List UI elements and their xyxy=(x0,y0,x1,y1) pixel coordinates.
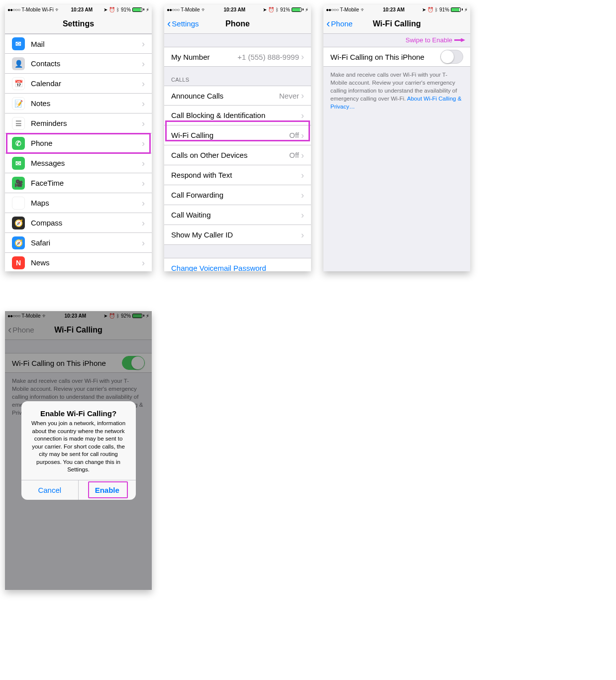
hint-label: Swipe to Enable xyxy=(406,36,452,44)
row-call-blocking[interactable]: Call Blocking & Identification› xyxy=(164,106,311,125)
footer-explainer: Make and receive calls over Wi-Fi with y… xyxy=(323,67,470,114)
row-mail[interactable]: ✉︎Mail› xyxy=(5,34,152,54)
row-value: +1 (555) 888-9999 xyxy=(237,53,299,61)
clock: 10:23 AM xyxy=(71,7,93,12)
charging-icon: ⚡︎ xyxy=(464,7,468,12)
facetime-icon: 🎥 xyxy=(12,177,25,190)
signal-icon: ●●○○○ xyxy=(326,7,338,12)
alert-title: Enable Wi-Fi Calling? xyxy=(28,409,129,418)
row-call-forwarding[interactable]: Call Forwarding› xyxy=(164,185,311,205)
back-button[interactable]: ‹Settings xyxy=(167,19,199,28)
screenshot-phone-settings: ●●○○○ T-Mobile ᯤ 10:23 AM ➤ ⏰ ᛒ 91% ⚡︎ ‹… xyxy=(164,5,311,271)
nav-bar: Settings xyxy=(5,14,152,34)
row-messages[interactable]: ✉︎Messages› xyxy=(5,153,152,173)
row-contacts[interactable]: 👤Contacts› xyxy=(5,54,152,74)
location-icon: ➤ xyxy=(422,7,426,12)
row-label: Call Waiting xyxy=(171,211,301,219)
status-bar: ●●○○○ T-Mobile ᯤ 10:23 AM ➤ ⏰ ᛒ 91% ⚡︎ xyxy=(323,5,470,14)
row-other-devices[interactable]: Calls on Other DevicesOff› xyxy=(164,145,311,165)
row-label: Reminders xyxy=(31,119,142,127)
wifi-icon: ᯤ xyxy=(202,7,206,12)
maps-icon: 🗺 xyxy=(12,197,25,210)
row-wifi-calling[interactable]: Wi-Fi CallingOff› xyxy=(164,125,311,145)
back-button[interactable]: ‹Phone xyxy=(326,19,353,28)
news-icon: N xyxy=(12,256,25,269)
settings-list[interactable]: ✉︎Mail› 👤Contacts› 📅Calendar› 📝Notes› ☰R… xyxy=(5,34,152,271)
back-label: Settings xyxy=(172,19,199,28)
row-respond-text[interactable]: Respond with Text› xyxy=(164,165,311,185)
status-bar: ●●○○○ T-Mobile ᯤ 10:23 AM ➤ ⏰ ᛒ 91% ⚡︎ xyxy=(164,5,311,14)
highlight-enable-button xyxy=(88,481,128,498)
row-label: Wi-Fi Calling on This iPhone xyxy=(330,53,440,61)
row-facetime[interactable]: 🎥FaceTime› xyxy=(5,173,152,193)
carrier-label: T-Mobile Wi-Fi xyxy=(21,7,53,12)
wifi-icon: ᯤ xyxy=(55,7,60,12)
arrow-right-icon xyxy=(454,38,465,42)
row-label: Contacts xyxy=(31,59,142,68)
alarm-icon: ⏰ xyxy=(109,7,115,12)
row-announce-calls[interactable]: Announce CallsNever› xyxy=(164,86,311,106)
switch-knob xyxy=(441,50,454,63)
row-label: Call Blocking & Identification xyxy=(171,111,301,119)
status-bar: ●●○○○ T-Mobile Wi-Fi ᯤ 10:23 AM ➤ ⏰ ᛒ 91… xyxy=(5,5,152,14)
toggle-switch[interactable] xyxy=(440,50,463,64)
row-label: Safari xyxy=(31,238,142,247)
screenshot-settings: ●●○○○ T-Mobile Wi-Fi ᯤ 10:23 AM ➤ ⏰ ᛒ 91… xyxy=(5,5,152,271)
row-label: Mail xyxy=(31,40,142,48)
row-value: Never xyxy=(279,92,299,100)
row-label: Calendar xyxy=(31,79,142,88)
signal-icon: ●●○○○ xyxy=(167,7,179,12)
row-label: Compass xyxy=(31,219,142,227)
row-wifi-calling-toggle[interactable]: Wi-Fi Calling on This iPhone xyxy=(323,47,470,67)
battery-pct: 91% xyxy=(439,7,449,12)
row-safari[interactable]: 🧭Safari› xyxy=(5,233,152,253)
row-compass[interactable]: 🧭Compass› xyxy=(5,213,152,233)
section-header-calls: CALLS xyxy=(164,67,311,86)
row-caller-id[interactable]: Show My Caller ID› xyxy=(164,225,311,245)
carrier-label: T-Mobile xyxy=(181,7,200,12)
row-label: Call Forwarding xyxy=(171,191,301,199)
back-label: Phone xyxy=(331,19,352,28)
page-title: Wi-Fi Calling xyxy=(373,19,421,28)
row-label: Calls on Other Devices xyxy=(171,151,289,159)
row-phone[interactable]: ✆Phone› xyxy=(5,133,152,153)
row-news[interactable]: NNews› xyxy=(5,253,152,271)
row-label: Notes xyxy=(31,99,142,108)
compass-icon: 🧭 xyxy=(12,217,25,229)
location-icon: ➤ xyxy=(263,7,267,12)
row-label: News xyxy=(31,258,142,267)
alarm-icon: ⏰ xyxy=(427,7,433,12)
screenshot-wifi-calling-off: ●●○○○ T-Mobile ᯤ 10:23 AM ➤ ⏰ ᛒ 91% ⚡︎ ‹… xyxy=(323,5,470,271)
row-label: FaceTime xyxy=(31,179,142,187)
reminders-icon: ☰ xyxy=(12,117,25,130)
row-calendar[interactable]: 📅Calendar› xyxy=(5,74,152,94)
cancel-button[interactable]: Cancel xyxy=(21,480,79,500)
row-call-waiting[interactable]: Call Waiting› xyxy=(164,205,311,225)
row-maps[interactable]: 🗺Maps› xyxy=(5,193,152,213)
row-label: Phone xyxy=(31,139,142,147)
bluetooth-icon: ᛒ xyxy=(276,7,279,12)
nav-bar: ‹Settings Phone xyxy=(164,14,311,34)
alarm-icon: ⏰ xyxy=(268,7,274,12)
row-change-voicemail[interactable]: Change Voicemail Password xyxy=(164,258,311,271)
row-label: Announce Calls xyxy=(171,92,279,100)
phone-icon: ✆ xyxy=(12,137,25,150)
row-notes[interactable]: 📝Notes› xyxy=(5,94,152,113)
notes-icon: 📝 xyxy=(12,97,25,110)
bluetooth-icon: ᛒ xyxy=(435,7,438,12)
charging-icon: ⚡︎ xyxy=(305,7,308,12)
nav-bar: ‹Phone Wi-Fi Calling xyxy=(323,14,470,34)
alert-message: When you join a network, information abo… xyxy=(28,420,129,474)
row-value: Off xyxy=(289,151,299,159)
battery-icon xyxy=(132,7,144,12)
safari-icon: 🧭 xyxy=(12,236,25,249)
battery-pct: 91% xyxy=(280,7,290,12)
row-value: Off xyxy=(289,131,299,139)
row-reminders[interactable]: ☰Reminders› xyxy=(5,113,152,133)
row-label: Maps xyxy=(31,199,142,207)
row-label: My Number xyxy=(171,53,237,61)
row-my-number[interactable]: My Number +1 (555) 888-9999 › xyxy=(164,47,311,67)
clock: 10:23 AM xyxy=(383,7,405,12)
row-label: Change Voicemail Password xyxy=(171,264,304,272)
screenshot-wifi-calling-alert: ●●○○○ T-Mobile ᯤ 10:23 AM ➤ ⏰ ᛒ 92% ⚡︎ ‹… xyxy=(5,311,152,590)
